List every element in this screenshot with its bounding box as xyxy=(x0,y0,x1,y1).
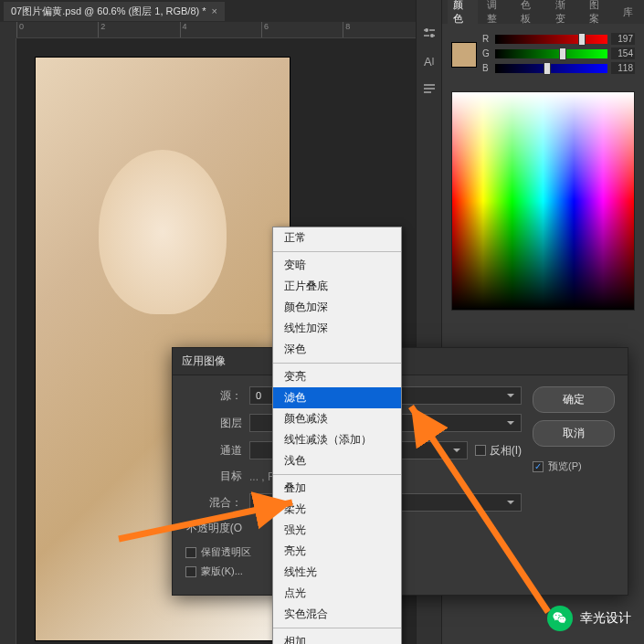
blend-mode-item[interactable]: 强光 xyxy=(273,520,401,541)
color-spectrum[interactable] xyxy=(451,91,635,311)
label-blend: 混合： xyxy=(185,495,249,511)
label-layer: 图层 xyxy=(185,416,249,431)
blend-mode-item[interactable]: 滤色 xyxy=(273,387,401,408)
slider-g[interactable]: G 154 xyxy=(482,48,635,59)
invert-label: 反相(I) xyxy=(490,443,522,459)
chevron-down-icon xyxy=(452,446,461,455)
slider-r-label: R xyxy=(482,34,491,44)
label-source: 源： xyxy=(185,388,249,404)
ruler-tick: 4 xyxy=(180,22,187,37)
preview-checkbox[interactable]: 预览(P) xyxy=(533,459,615,473)
color-sliders: R 197 G 154 B 118 xyxy=(442,24,644,86)
label-target: 目标 xyxy=(185,469,249,484)
menu-separator xyxy=(273,628,401,628)
slider-g-value[interactable]: 154 xyxy=(611,48,635,59)
blend-mode-item[interactable]: 线性加深 xyxy=(273,318,401,339)
preview-label: 预览(P) xyxy=(548,459,582,473)
document-tab[interactable]: 07图片偏黄.psd @ 60.6% (图层 1, RGB/8) * × xyxy=(4,2,225,21)
blend-mode-item[interactable]: 线性光 xyxy=(273,562,401,583)
tab-libraries[interactable]: 库 xyxy=(618,2,639,23)
checkbox-icon xyxy=(475,445,486,456)
blend-mode-item[interactable]: 实色混合 xyxy=(273,604,401,625)
slider-b-track[interactable] xyxy=(495,64,607,73)
label-opacity: 不透明度(O xyxy=(185,521,249,536)
blend-mode-menu: 正常变暗正片叠底颜色加深线性加深深色变亮滤色颜色减淡线性减淡（添加）浅色叠加柔光… xyxy=(272,227,402,644)
svg-point-1 xyxy=(430,34,434,37)
checkbox-icon xyxy=(185,566,196,577)
slider-r-value[interactable]: 197 xyxy=(611,33,635,45)
tab-adjust[interactable]: 调整 xyxy=(481,0,512,29)
blend-mode-item[interactable]: 柔光 xyxy=(273,499,401,520)
blend-mode-item[interactable]: 正片叠底 xyxy=(273,276,401,297)
slider-r-track[interactable] xyxy=(495,35,607,44)
paragraph-icon[interactable] xyxy=(422,82,437,100)
label-channel: 通道 xyxy=(185,443,249,459)
blend-mode-item[interactable]: 亮光 xyxy=(273,541,401,562)
tab-color[interactable]: 颜色 xyxy=(448,0,478,29)
slider-g-label: G xyxy=(482,48,491,58)
blend-mode-item[interactable]: 变亮 xyxy=(273,366,401,387)
adjust-icon[interactable] xyxy=(422,26,437,43)
tab-patterns[interactable]: 图案 xyxy=(584,0,614,29)
chevron-down-icon xyxy=(506,391,515,400)
wechat-icon xyxy=(547,606,573,631)
blend-mode-item[interactable]: 正常 xyxy=(273,227,401,248)
ok-button[interactable]: 确定 xyxy=(533,386,615,413)
menu-separator xyxy=(273,474,401,475)
foreground-swatch[interactable] xyxy=(451,42,477,68)
ruler-tick: 8 xyxy=(343,22,350,37)
mask-label: 蒙版(K)... xyxy=(201,565,243,578)
ruler-tick: 2 xyxy=(98,22,105,37)
panel-tabs: 颜色 调整 色板 渐变 图案 库 xyxy=(442,0,644,24)
document-tab-title: 07图片偏黄.psd @ 60.6% (图层 1, RGB/8) * xyxy=(11,5,206,18)
blend-mode-item[interactable]: 点光 xyxy=(273,583,401,604)
preserve-label: 保留透明区 xyxy=(201,545,251,559)
blend-mode-item[interactable]: 颜色加深 xyxy=(273,297,401,318)
blend-mode-item[interactable]: 浅色 xyxy=(273,450,401,471)
svg-point-0 xyxy=(425,28,428,32)
chevron-down-icon xyxy=(506,498,515,507)
cancel-button[interactable]: 取消 xyxy=(533,420,615,447)
close-icon[interactable]: × xyxy=(212,5,217,16)
slider-r[interactable]: R 197 xyxy=(482,33,635,45)
blend-mode-item[interactable]: 相加 xyxy=(273,631,401,644)
slider-b-value[interactable]: 118 xyxy=(611,62,635,74)
checkbox-checked-icon xyxy=(533,461,544,472)
svg-text:A: A xyxy=(424,55,432,69)
ruler-tick: 6 xyxy=(261,22,269,37)
ruler-tick: 0 xyxy=(16,22,24,37)
blend-mode-item[interactable]: 颜色减淡 xyxy=(273,408,401,429)
tab-swatches[interactable]: 色板 xyxy=(515,0,545,29)
blend-mode-item[interactable]: 叠加 xyxy=(273,478,401,499)
blend-mode-item[interactable]: 深色 xyxy=(273,339,401,360)
watermark: 幸光设计 xyxy=(547,606,631,631)
slider-g-track[interactable] xyxy=(495,49,607,58)
ruler-vertical xyxy=(0,38,16,644)
checkbox-icon xyxy=(185,547,196,558)
source-value: 0 xyxy=(256,390,261,401)
text-icon[interactable]: A xyxy=(422,54,437,71)
invert-checkbox[interactable]: 反相(I) xyxy=(475,443,522,459)
blend-mode-item[interactable]: 线性减淡（添加） xyxy=(273,429,401,450)
image-content-placeholder xyxy=(99,150,227,314)
chevron-down-icon xyxy=(506,418,515,428)
blend-mode-item[interactable]: 变暗 xyxy=(273,255,401,276)
slider-b[interactable]: B 118 xyxy=(482,62,635,74)
menu-separator xyxy=(273,251,401,252)
tab-gradients[interactable]: 渐变 xyxy=(550,0,580,29)
slider-b-label: B xyxy=(482,63,491,73)
menu-separator xyxy=(273,363,401,364)
watermark-text: 幸光设计 xyxy=(580,610,631,627)
